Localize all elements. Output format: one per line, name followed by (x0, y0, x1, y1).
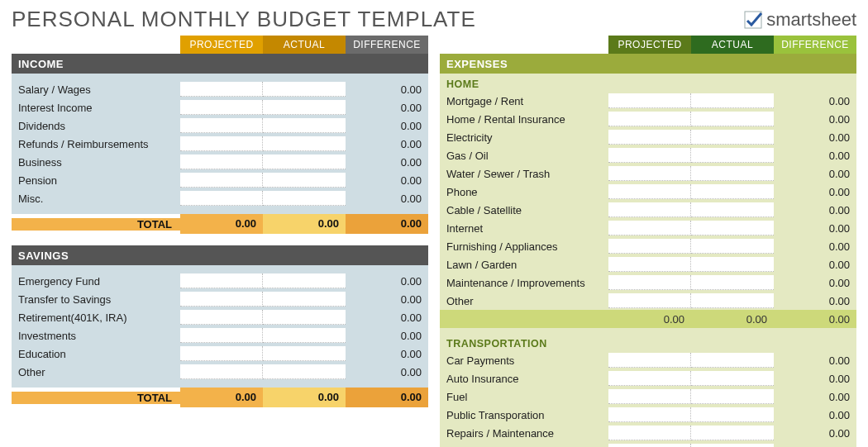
right-column-headers: PROJECTED ACTUAL DIFFERENCE (440, 36, 856, 54)
actual-input[interactable] (691, 426, 774, 440)
actual-input[interactable] (691, 166, 774, 181)
actual-input[interactable] (263, 292, 346, 307)
savings-item-label: Education (12, 348, 180, 360)
actual-input[interactable] (691, 221, 774, 235)
actual-input[interactable] (691, 389, 774, 404)
left-column: PROJECTED ACTUAL DIFFERENCE INCOME Salar… (12, 36, 428, 447)
projected-input[interactable] (608, 239, 691, 254)
difference-value: 0.00 (346, 174, 428, 187)
projected-input[interactable] (608, 166, 691, 181)
actual-input[interactable] (263, 173, 346, 188)
income-item-label: Interest Income (12, 102, 180, 114)
actual-input[interactable] (691, 257, 774, 272)
difference-value: 0.00 (774, 131, 856, 144)
actual-input[interactable] (263, 328, 346, 343)
difference-value: 0.00 (346, 348, 428, 360)
actual-input[interactable] (263, 310, 346, 325)
table-row: Cable / Satellite0.00 (440, 201, 856, 219)
projected-input[interactable] (608, 293, 691, 308)
projected-input[interactable] (180, 82, 263, 97)
home-subtotal-difference: 0.00 (774, 313, 856, 326)
projected-input[interactable] (180, 364, 263, 379)
projected-input[interactable] (608, 184, 691, 199)
projected-input[interactable] (180, 173, 263, 188)
table-row: Auto Insurance0.00 (440, 369, 856, 388)
projected-input[interactable] (608, 407, 691, 422)
projected-input[interactable] (608, 371, 691, 386)
projected-input[interactable] (608, 275, 691, 290)
svg-rect-0 (745, 12, 761, 28)
projected-input[interactable] (180, 118, 263, 133)
actual-input[interactable] (263, 364, 346, 379)
savings-total-actual: 0.00 (263, 388, 346, 407)
projected-input[interactable] (180, 191, 263, 206)
difference-value: 0.00 (774, 95, 856, 107)
projected-input[interactable] (608, 353, 691, 368)
home-item-label: Maintenance / Improvements (440, 277, 608, 289)
difference-value: 0.00 (346, 311, 428, 324)
projected-input[interactable] (608, 130, 691, 145)
savings-item-label: Transfer to Savings (12, 293, 180, 306)
actual-input[interactable] (691, 148, 774, 163)
difference-value: 0.00 (774, 240, 856, 253)
actual-input[interactable] (263, 155, 346, 169)
projected-input[interactable] (608, 93, 691, 108)
actual-input[interactable] (691, 407, 774, 422)
projected-input[interactable] (608, 257, 691, 272)
table-row: Gas / Oil0.00 (440, 146, 856, 164)
table-row: Retirement(401K, IRA)0.00 (12, 308, 428, 326)
table-row: Education0.00 (12, 345, 428, 363)
projected-input[interactable] (608, 148, 691, 163)
actual-input[interactable] (263, 191, 346, 206)
transportation-item-label: Repairs / Maintenance (440, 427, 608, 440)
transportation-item-label: Fuel (440, 391, 608, 403)
actual-input[interactable] (691, 353, 774, 368)
table-row: Misc.0.00 (12, 189, 428, 207)
projected-input[interactable] (180, 136, 263, 151)
projected-input[interactable] (180, 328, 263, 343)
income-item-label: Business (12, 156, 180, 169)
actual-input[interactable] (691, 202, 774, 217)
actual-input[interactable] (691, 93, 774, 108)
actual-input[interactable] (691, 112, 774, 126)
actual-input[interactable] (263, 100, 346, 115)
checkmark-icon (743, 10, 763, 30)
actual-input[interactable] (691, 239, 774, 254)
actual-input[interactable] (691, 293, 774, 308)
actual-input[interactable] (691, 130, 774, 145)
difference-value: 0.00 (346, 102, 428, 114)
actual-input[interactable] (263, 82, 346, 97)
expenses-section-header: EXPENSES (440, 54, 856, 74)
projected-input[interactable] (180, 346, 263, 361)
projected-input[interactable] (608, 221, 691, 235)
actual-input[interactable] (691, 275, 774, 290)
income-total-projected: 0.00 (180, 214, 263, 234)
actual-input[interactable] (691, 184, 774, 199)
projected-input[interactable] (180, 100, 263, 115)
actual-input[interactable] (263, 118, 346, 133)
actual-input[interactable] (263, 346, 346, 361)
actual-input[interactable] (263, 136, 346, 151)
transportation-subheader: TRANSPORTATION (440, 333, 856, 351)
projected-input[interactable] (180, 292, 263, 307)
savings-item-label: Emergency Fund (12, 275, 180, 288)
projected-input[interactable] (180, 273, 263, 288)
projected-input[interactable] (180, 155, 263, 169)
income-total-label: TOTAL (12, 218, 180, 231)
projected-input[interactable] (608, 202, 691, 217)
projected-input[interactable] (608, 444, 691, 447)
projected-input[interactable] (608, 112, 691, 126)
difference-value: 0.00 (774, 186, 856, 198)
difference-value: 0.00 (774, 409, 856, 421)
actual-input[interactable] (263, 273, 346, 288)
projected-input[interactable] (608, 426, 691, 440)
table-row: Fuel0.00 (440, 388, 856, 406)
projected-input[interactable] (180, 310, 263, 325)
projected-input[interactable] (608, 389, 691, 404)
savings-section-header: SAVINGS (12, 245, 428, 265)
right-column: PROJECTED ACTUAL DIFFERENCE EXPENSES HOM… (440, 36, 856, 447)
actual-input[interactable] (691, 371, 774, 386)
home-item-label: Home / Rental Insurance (440, 113, 608, 126)
actual-input[interactable] (691, 444, 774, 447)
table-row: Electricity0.00 (440, 128, 856, 146)
